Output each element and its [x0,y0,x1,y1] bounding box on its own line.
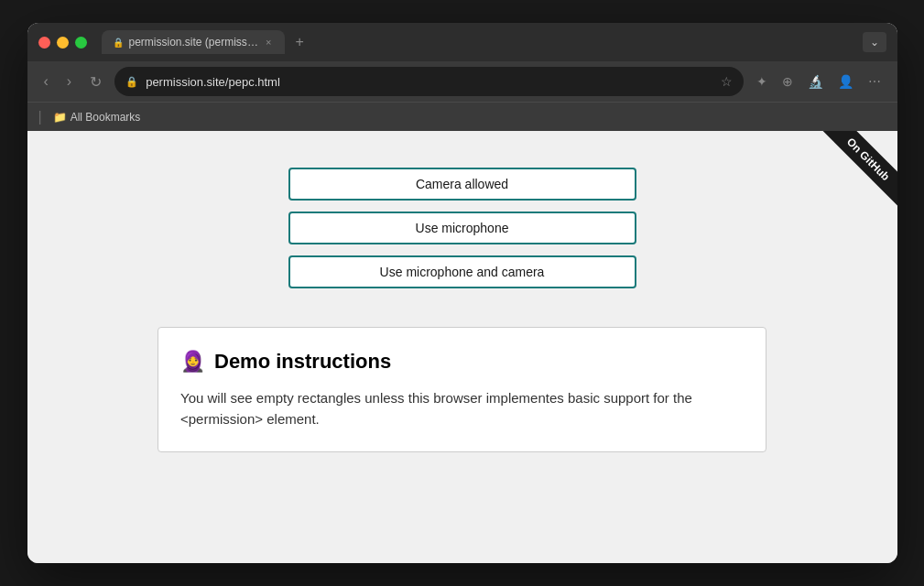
all-bookmarks-item[interactable]: 📁 All Bookmarks [48,109,147,125]
labs-button[interactable]: 🔬 [802,71,829,92]
address-lock-icon: 🔒 [125,76,138,88]
menu-button[interactable]: ⋯ [863,71,886,92]
demo-emoji: 🧕 [180,350,205,374]
demo-body-line2: <permission> element. [180,411,320,427]
extensions-button[interactable]: ⊕ [777,71,799,92]
browser-window: 🔒 permission.site (permission e... × + ⌄… [27,23,897,563]
main-content: Camera allowed Use microphone Use microp… [142,168,783,452]
camera-allowed-button[interactable]: Camera allowed [288,168,636,201]
tab-title: permission.site (permission e... [129,36,259,49]
all-bookmarks-label: All Bookmarks [71,111,141,124]
github-ribbon-text: On GitHub [821,131,897,207]
close-button[interactable] [38,37,50,49]
profile-button[interactable]: 👤 [832,71,859,92]
toolbar-actions: ✦ ⊕ 🔬 👤 ⋯ [751,71,886,92]
address-text: permission.site/pepc.html [146,75,712,89]
demo-instructions-box: 🧕 Demo instructions You will see empty r… [158,327,766,452]
refresh-button[interactable]: ↻ [84,70,107,94]
minimize-button[interactable] [57,37,69,49]
bookmarks-bar: | 📁 All Bookmarks [27,102,897,131]
demo-body-line1: You will see empty rectangles unless thi… [180,390,692,406]
toolbar: ‹ › ↻ 🔒 permission.site/pepc.html ☆ ✦ ⊕ … [27,61,897,102]
new-tab-button[interactable]: + [288,30,311,54]
maximize-button[interactable] [75,37,87,49]
page-content: On GitHub Camera allowed Use microphone … [27,131,897,563]
demo-title: 🧕 Demo instructions [180,350,744,374]
github-ribbon[interactable]: On GitHub [806,131,897,222]
demo-title-text: Demo instructions [214,350,391,374]
active-tab[interactable]: 🔒 permission.site (permission e... × [102,30,285,54]
traffic-lights [38,37,87,49]
forward-button[interactable]: › [61,70,77,93]
address-bar[interactable]: 🔒 permission.site/pepc.html ☆ [114,67,743,96]
bookmarks-divider: | [38,109,42,125]
use-microphone-camera-button[interactable]: Use microphone and camera [288,255,636,288]
use-microphone-button[interactable]: Use microphone [288,212,636,244]
star-button[interactable]: ☆ [721,74,733,89]
tab-lock-icon: 🔒 [113,38,124,48]
bookmarks-folder-icon: 📁 [53,111,67,124]
back-button[interactable]: ‹ [38,70,54,93]
title-bar: 🔒 permission.site (permission e... × + ⌄ [27,23,897,61]
magic-button[interactable]: ✦ [751,71,773,92]
expand-button[interactable]: ⌄ [863,32,886,52]
demo-body: You will see empty rectangles unless thi… [180,388,744,429]
tab-close-button[interactable]: × [264,37,273,48]
tab-bar: 🔒 permission.site (permission e... × + [102,30,855,54]
